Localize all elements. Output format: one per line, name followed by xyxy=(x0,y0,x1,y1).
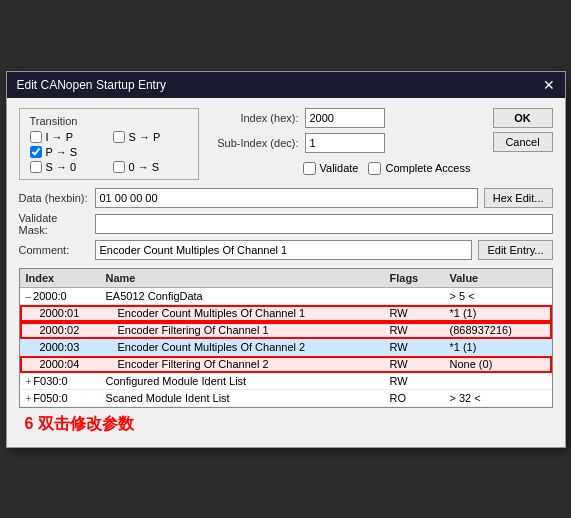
data-hexbin-input[interactable] xyxy=(95,188,478,208)
complete-access-checkbox[interactable] xyxy=(368,162,381,175)
comment-input[interactable] xyxy=(95,240,473,260)
edit-canopen-dialog: Edit CANopen Startup Entry ✕ Transition … xyxy=(6,71,566,448)
cell-value: (868937216) xyxy=(448,323,548,337)
cell-name: Encoder Count Multiples Of Channel 2 xyxy=(104,340,388,354)
checkbox-i-to-p: I → P xyxy=(30,131,105,143)
table-row[interactable]: 2000:04Encoder Filtering Of Channel 2RWN… xyxy=(20,356,552,373)
cell-flags: RW xyxy=(388,323,448,337)
dialog-title: Edit CANopen Startup Entry xyxy=(17,78,166,92)
cell-value: *1 (1) xyxy=(448,306,548,320)
checkbox-s-to-p: S → P xyxy=(113,131,188,143)
checkbox-0-to-s-label: 0 → S xyxy=(129,161,160,173)
validate-mask-input[interactable] xyxy=(95,214,553,234)
cell-flags: RW xyxy=(388,306,448,320)
cell-index: +F050:0 xyxy=(24,391,104,405)
transition-group: Transition I → P S → P P → S xyxy=(19,108,199,180)
cell-index: +F030:0 xyxy=(24,374,104,388)
table-header: Index Name Flags Value xyxy=(20,269,552,288)
cell-name: Scaned Module Ident List xyxy=(104,391,388,405)
cell-flags xyxy=(388,295,448,297)
checkbox-s-to-p-input[interactable] xyxy=(113,131,125,143)
validate-label: Validate xyxy=(320,162,359,174)
col-header-name: Name xyxy=(104,271,388,285)
table-row[interactable]: –2000:0EA5012 ConfigData> 5 < xyxy=(20,288,552,305)
cell-index: 2000:03 xyxy=(24,340,104,354)
table-row[interactable]: +F050:0Scaned Module Ident ListRO> 32 < xyxy=(20,390,552,407)
validate-checkbox[interactable] xyxy=(303,162,316,175)
cell-index: –2000:0 xyxy=(24,289,104,303)
cell-index: 2000:02 xyxy=(24,323,104,337)
cell-name: Encoder Count Multiples Of Channel 1 xyxy=(104,306,388,320)
checkbox-p-to-s-label: P → S xyxy=(46,146,78,158)
checkbox-p-to-s-input[interactable] xyxy=(30,146,42,158)
cell-flags: RW xyxy=(388,374,448,388)
dialog-body: Transition I → P S → P P → S xyxy=(7,98,565,447)
cell-name: Encoder Filtering Of Channel 1 xyxy=(104,323,388,337)
cell-index: 2000:04 xyxy=(24,357,104,371)
table-row[interactable]: 2000:03Encoder Count Multiples Of Channe… xyxy=(20,339,552,356)
comment-section: Comment: Edit Entry... xyxy=(19,240,553,260)
index-field-row: Index (hex): xyxy=(209,108,483,128)
table-body: –2000:0EA5012 ConfigData> 5 <2000:01Enco… xyxy=(20,288,552,407)
middle-section: Index (hex): Sub-Index (dec): Validate C… xyxy=(209,108,483,180)
checkbox-i-to-p-label: I → P xyxy=(46,131,74,143)
edit-entry-button[interactable]: Edit Entry... xyxy=(478,240,552,260)
close-button[interactable]: ✕ xyxy=(543,78,555,92)
table-row[interactable]: 2000:02Encoder Filtering Of Channel 1RW(… xyxy=(20,322,552,339)
complete-access-cb: Complete Access xyxy=(368,162,470,175)
col-header-flags: Flags xyxy=(388,271,448,285)
table-row[interactable]: +F030:0Configured Module Ident ListRW xyxy=(20,373,552,390)
checkbox-s-to-p-label: S → P xyxy=(129,131,161,143)
validate-row: Validate Complete Access xyxy=(303,162,483,175)
cell-value: > 5 < xyxy=(448,289,548,303)
cell-value xyxy=(448,380,548,382)
cell-flags: RW xyxy=(388,340,448,354)
checkbox-s-to-0: S → 0 xyxy=(30,161,105,173)
cell-name: Configured Module Ident List xyxy=(104,374,388,388)
cell-flags: RW xyxy=(388,357,448,371)
cell-value: > 32 < xyxy=(448,391,548,405)
checkbox-s-to-0-input[interactable] xyxy=(30,161,42,173)
subindex-field-row: Sub-Index (dec): xyxy=(209,133,483,153)
complete-access-label: Complete Access xyxy=(385,162,470,174)
subindex-input[interactable] xyxy=(305,133,385,153)
col-header-value: Value xyxy=(448,271,548,285)
top-section: Transition I → P S → P P → S xyxy=(19,108,553,180)
checkbox-s-to-0-label: S → 0 xyxy=(46,161,77,173)
cell-value: *1 (1) xyxy=(448,340,548,354)
ok-button[interactable]: OK xyxy=(493,108,553,128)
hex-edit-button[interactable]: Hex Edit... xyxy=(484,188,553,208)
object-table: Index Name Flags Value –2000:0EA5012 Con… xyxy=(19,268,553,408)
cell-name: EA5012 ConfigData xyxy=(104,289,388,303)
checkbox-p-to-s: P → S xyxy=(30,146,105,158)
cell-name: Encoder Filtering Of Channel 2 xyxy=(104,357,388,371)
validate-mask-section: Validate Mask: xyxy=(19,212,553,236)
cell-flags: RO xyxy=(388,391,448,405)
checkbox-0-to-s: 0 → S xyxy=(113,161,188,173)
annotation-text: 6 双击修改参数 xyxy=(19,412,140,437)
cancel-button[interactable]: Cancel xyxy=(493,132,553,152)
subindex-label: Sub-Index (dec): xyxy=(209,137,299,149)
table-row[interactable]: 2000:01Encoder Count Multiples Of Channe… xyxy=(20,305,552,322)
title-bar: Edit CANopen Startup Entry ✕ xyxy=(7,72,565,98)
index-input[interactable] xyxy=(305,108,385,128)
checkbox-i-to-p-input[interactable] xyxy=(30,131,42,143)
index-label: Index (hex): xyxy=(209,112,299,124)
transition-label: Transition xyxy=(30,115,188,127)
col-header-index: Index xyxy=(24,271,104,285)
cell-index: 2000:01 xyxy=(24,306,104,320)
transition-grid: I → P S → P P → S S → 0 xyxy=(30,131,188,173)
comment-label: Comment: xyxy=(19,244,89,256)
checkbox-0-to-s-input[interactable] xyxy=(113,161,125,173)
validate-mask-label: Validate Mask: xyxy=(19,212,89,236)
data-hexbin-label: Data (hexbin): xyxy=(19,192,89,204)
cell-value: None (0) xyxy=(448,357,548,371)
data-hexbin-section: Data (hexbin): Hex Edit... xyxy=(19,188,553,208)
validate-cb: Validate xyxy=(303,162,359,175)
buttons-col: OK Cancel xyxy=(493,108,553,180)
